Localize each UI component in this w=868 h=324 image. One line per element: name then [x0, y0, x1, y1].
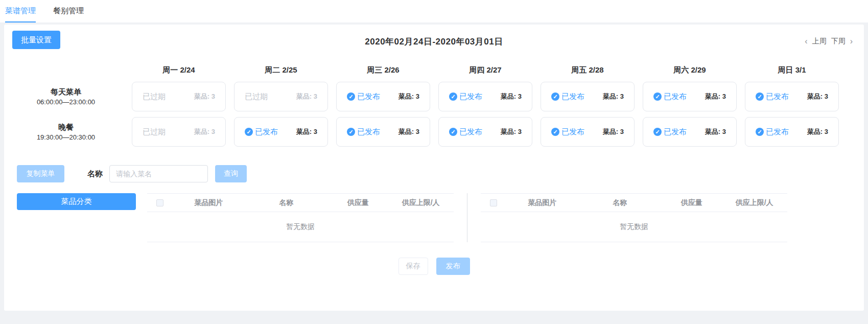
row-label-dinner: 晚餐 19:30:00—20:30:00	[4, 123, 128, 141]
cell-status: 已发布	[766, 127, 789, 137]
cell-dish-count: 菜品: 3	[194, 127, 215, 136]
cell-dish-count: 菜品: 3	[807, 92, 828, 101]
tab-meal-type-management[interactable]: 餐别管理	[53, 1, 84, 22]
menu-cell[interactable]: 已过期 菜品: 3	[132, 117, 226, 147]
dish-category-button[interactable]: 菜品分类	[17, 193, 136, 210]
cell-status: 已发布	[459, 92, 482, 102]
date-range-title: 2020年02月24日-2020年03月01日	[4, 25, 864, 48]
copy-menu-button[interactable]: 复制菜单	[17, 165, 64, 182]
cell-dish-count: 菜品: 3	[296, 127, 317, 136]
next-week-button[interactable]: 下周	[831, 37, 846, 46]
cell-dish-count: 菜品: 3	[501, 127, 522, 136]
menu-cell[interactable]: ✓已发布 菜品: 3	[541, 117, 635, 147]
menu-cell[interactable]: 已过期 菜品: 3	[132, 82, 226, 111]
menu-cell[interactable]: ✓已发布 菜品: 3	[745, 117, 839, 147]
cell-status: 已发布	[664, 92, 687, 102]
column-header-name: 名称	[578, 198, 662, 207]
table-header-row: 菜品图片 名称 供应量 供应上限/人	[481, 193, 787, 212]
cell-dish-count: 菜品: 3	[603, 92, 624, 101]
check-circle-icon: ✓	[347, 92, 355, 101]
select-all-checkbox[interactable]	[156, 199, 163, 206]
cell-status: 已发布	[561, 127, 584, 137]
dish-name-input[interactable]	[109, 165, 208, 182]
chevron-left-icon[interactable]: ‹	[805, 37, 807, 46]
name-label: 名称	[87, 169, 103, 179]
tab-bar: 菜谱管理 餐别管理	[0, 0, 868, 22]
cell-status: 已发布	[664, 127, 687, 137]
column-header-limit: 供应上限/人	[388, 198, 454, 207]
menu-cell[interactable]: ✓已发布 菜品: 3	[336, 82, 430, 111]
check-circle-icon: ✓	[347, 128, 355, 136]
meal-name: 每天菜单	[4, 87, 128, 97]
column-header-dish-image: 菜品图片	[173, 198, 244, 207]
dish-table-left: 菜品图片 名称 供应量 供应上限/人 暂无数据	[147, 193, 454, 242]
cell-status: 已发布	[561, 92, 584, 102]
row-label-daily: 每天菜单 06:00:00—23:00:00	[4, 87, 128, 106]
column-header-limit: 供应上限/人	[721, 198, 787, 207]
cell-status: 已发布	[459, 127, 482, 137]
meal-name: 晚餐	[4, 123, 128, 132]
cell-status: 已过期	[245, 92, 268, 102]
day-header-sun: 周日 3/1	[741, 65, 843, 75]
day-header-sat: 周六 2/29	[639, 65, 741, 75]
query-button[interactable]: 查询	[215, 165, 247, 182]
week-navigation: ‹ 上周 下周 ›	[805, 37, 853, 46]
day-header-wed: 周三 2/26	[332, 65, 434, 75]
cell-dish-count: 菜品: 3	[296, 92, 317, 101]
cell-dish-count: 菜品: 3	[603, 127, 624, 136]
column-header-supply: 供应量	[662, 198, 721, 207]
menu-cell[interactable]: ✓已发布 菜品: 3	[234, 117, 328, 147]
cell-status: 已过期	[143, 127, 166, 137]
cell-dish-count: 菜品: 3	[705, 127, 726, 136]
search-row: 复制菜单 名称 查询	[17, 165, 864, 182]
check-circle-icon: ✓	[551, 92, 559, 101]
cell-dish-count: 菜品: 3	[398, 92, 419, 101]
cell-status: 已发布	[255, 127, 278, 137]
week-day-header-row: 周一 2/24 周二 2/25 周三 2/26 周四 2/27 周五 2/28 …	[4, 58, 864, 82]
check-circle-icon: ✓	[551, 128, 559, 136]
cell-dish-count: 菜品: 3	[705, 92, 726, 101]
column-header-name: 名称	[244, 198, 328, 207]
batch-settings-button[interactable]: 批量设置	[12, 31, 60, 49]
day-header-thu: 周四 2/27	[434, 65, 536, 75]
cell-dish-count: 菜品: 3	[807, 127, 828, 136]
check-circle-icon: ✓	[653, 128, 662, 136]
save-button[interactable]: 保存	[398, 258, 428, 275]
tab-recipe-management[interactable]: 菜谱管理	[5, 1, 36, 22]
meal-time-range: 19:30:00—20:30:00	[4, 133, 128, 141]
dish-section: 菜品分类 菜品图片 名称 供应量 供应上限/人 暂无数据 菜品图片 名称	[17, 193, 864, 242]
dish-tables: 菜品图片 名称 供应量 供应上限/人 暂无数据 菜品图片 名称 供应量 供应上限…	[147, 193, 787, 242]
menu-cell[interactable]: ✓已发布 菜品: 3	[541, 82, 635, 111]
content-card: 批量设置 2020年02月24日-2020年03月01日 ‹ 上周 下周 › 周…	[4, 25, 864, 311]
cell-dish-count: 菜品: 3	[501, 92, 522, 101]
meal-time-range: 06:00:00—23:00:00	[4, 98, 128, 106]
check-circle-icon: ✓	[245, 128, 253, 136]
select-all-checkbox[interactable]	[490, 199, 497, 206]
column-header-supply: 供应量	[328, 198, 388, 207]
cell-status: 已发布	[357, 127, 380, 137]
menu-cell[interactable]: ✓已发布 菜品: 3	[643, 82, 737, 111]
check-circle-icon: ✓	[756, 128, 764, 136]
cell-status: 已发布	[766, 92, 789, 102]
prev-week-button[interactable]: 上周	[812, 37, 827, 46]
menu-row-dinner: 晚餐 19:30:00—20:30:00 已过期 菜品: 3 ✓已发布 菜品: …	[4, 117, 864, 147]
menu-cell[interactable]: 已过期 菜品: 3	[234, 82, 328, 111]
empty-data-placeholder: 暂无数据	[147, 212, 454, 242]
menu-cell[interactable]: ✓已发布 菜品: 3	[336, 117, 430, 147]
day-header-tue: 周二 2/25	[230, 65, 332, 75]
menu-cell[interactable]: ✓已发布 菜品: 3	[438, 82, 532, 111]
cell-dish-count: 菜品: 3	[194, 92, 215, 101]
day-header-mon: 周一 2/24	[128, 65, 230, 75]
check-circle-icon: ✓	[449, 128, 457, 136]
column-header-dish-image: 菜品图片	[506, 198, 578, 207]
chevron-right-icon[interactable]: ›	[850, 37, 853, 46]
menu-cell[interactable]: ✓已发布 菜品: 3	[438, 117, 532, 147]
publish-button[interactable]: 发布	[436, 258, 470, 275]
check-circle-icon: ✓	[756, 92, 764, 101]
cell-status: 已发布	[357, 92, 380, 102]
check-circle-icon: ✓	[653, 92, 662, 101]
footer-actions: 保存 发布	[4, 258, 864, 275]
menu-cell[interactable]: ✓已发布 菜品: 3	[745, 82, 839, 111]
menu-cell[interactable]: ✓已发布 菜品: 3	[643, 117, 737, 147]
table-divider	[467, 193, 467, 242]
